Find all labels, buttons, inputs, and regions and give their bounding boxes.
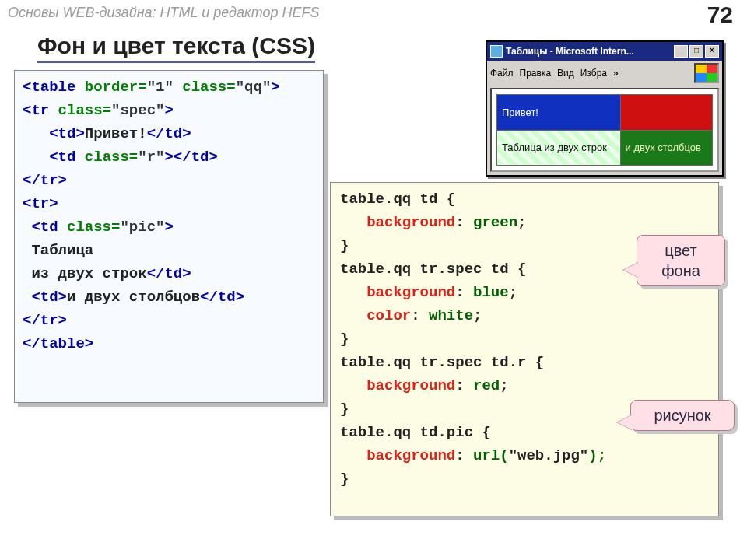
table-row: Таблица из двух строк и двух столбцов (497, 130, 713, 166)
callout-line: фона (648, 261, 714, 281)
menu-edit[interactable]: Правка (520, 68, 552, 79)
minimize-button[interactable]: _ (674, 45, 688, 58)
callout-tail-icon (617, 415, 633, 430)
menu-file[interactable]: Файл (490, 68, 514, 79)
menu-favorites[interactable]: Избра (580, 68, 607, 79)
cell-red (620, 95, 712, 131)
slide-title: Фон и цвет текста (CSS) (37, 33, 315, 63)
cell-green: и двух столбцов (620, 130, 712, 166)
page-number: 72 (707, 2, 733, 28)
browser-content: Привет! Таблица из двух строк и двух сто… (490, 88, 719, 172)
close-button[interactable]: × (705, 45, 719, 58)
demo-table: Привет! Таблица из двух строк и двух сто… (496, 94, 713, 166)
callout-line: цвет (648, 240, 714, 261)
css-code: table.qq td { background: green; } table… (340, 187, 709, 491)
course-header: Основы WEB-дизайна: HTML и редактор HEFS (8, 5, 320, 21)
cell-pic: Таблица из двух строк (497, 130, 621, 166)
browser-menubar: Файл Правка Вид Избра » (487, 61, 722, 85)
browser-titlebar[interactable]: Таблицы - Microsoft Intern... _ □ × (487, 42, 722, 61)
browser-window: Таблицы - Microsoft Intern... _ □ × Файл… (486, 40, 724, 177)
css-code-box: table.qq td { background: green; } table… (330, 182, 719, 516)
browser-title: Таблицы - Microsoft Intern... (506, 46, 672, 57)
menu-view[interactable]: Вид (557, 68, 574, 79)
ms-flag-icon (694, 63, 719, 83)
maximize-button[interactable]: □ (689, 45, 703, 58)
callout-tail-icon (623, 262, 639, 278)
cell-hello: Привет! (497, 95, 621, 131)
callout-bg-color: цвет фона (637, 235, 725, 286)
html-code: <table border="1" class="qq"> <tr class=… (23, 75, 315, 355)
html-code-box: <table border="1" class="qq"> <tr class=… (14, 70, 324, 403)
menu-overflow-icon[interactable]: » (613, 68, 619, 79)
table-row: Привет! (497, 95, 713, 131)
ie-icon (490, 45, 503, 58)
callout-text: рисунок (654, 407, 710, 424)
callout-bg-image: рисунок (630, 400, 735, 431)
